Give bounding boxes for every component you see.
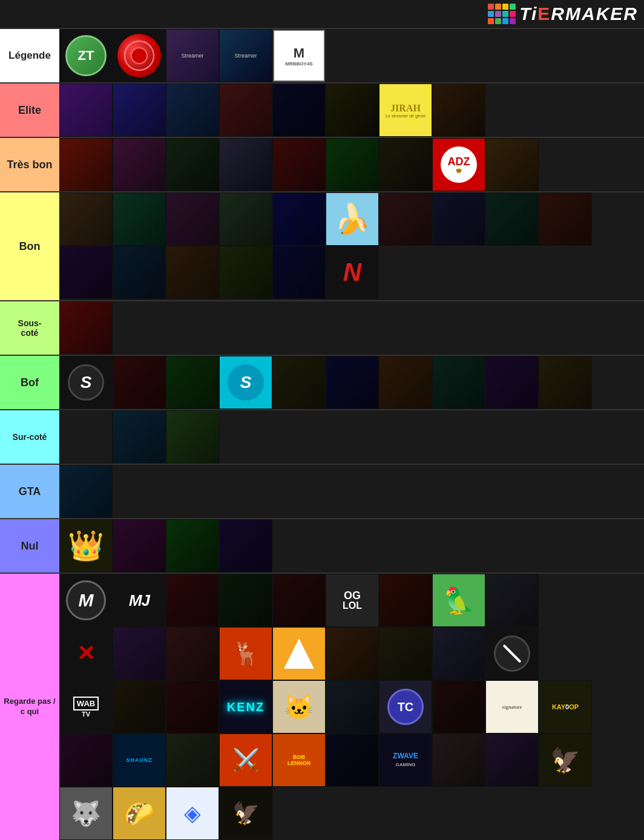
list-item: BOBLENNON bbox=[272, 733, 326, 787]
list-item bbox=[59, 465, 113, 518]
list-item bbox=[432, 84, 485, 137]
list-item bbox=[219, 519, 272, 573]
list-item: 🦌 bbox=[219, 627, 272, 680]
list-item bbox=[326, 84, 379, 137]
list-item bbox=[219, 138, 272, 191]
tier-label-legende: Légende bbox=[0, 29, 59, 82]
tier-content-tresbon: ADZ 🤓 bbox=[59, 138, 644, 191]
tier-row-sousco: Sous-coté bbox=[0, 301, 644, 356]
list-item bbox=[272, 246, 326, 299]
list-item bbox=[485, 138, 539, 191]
list-item bbox=[59, 192, 113, 246]
tier-row-bon: Bon 🍌 bbox=[0, 192, 644, 301]
tiermaker-text: TiERMAKER bbox=[519, 4, 638, 24]
list-item bbox=[113, 246, 166, 299]
tier-label-tresbon: Très bon bbox=[0, 138, 59, 191]
list-item: 🦅 bbox=[219, 787, 272, 840]
tier-row-regarde: Regarde pas / c qui M MJ bbox=[0, 574, 644, 840]
list-item: ZWAVEGAMING bbox=[379, 733, 432, 787]
logo-grid-icon bbox=[488, 4, 516, 24]
list-item bbox=[113, 192, 166, 246]
list-item bbox=[485, 627, 539, 680]
list-item: signature bbox=[485, 680, 539, 733]
tier-content-bon: 🍌 N bbox=[59, 192, 644, 300]
list-item bbox=[113, 29, 166, 82]
list-item bbox=[166, 733, 219, 787]
tier-row-legende: Légende ZT bbox=[0, 29, 644, 84]
list-item: ◈ bbox=[166, 787, 219, 840]
tier-row-elite: Elite JIRAH Le streamer de génie bbox=[0, 84, 644, 138]
list-item bbox=[59, 84, 113, 137]
list-item: MJ bbox=[113, 574, 166, 627]
list-item bbox=[272, 138, 326, 191]
list-item bbox=[166, 84, 219, 137]
list-item bbox=[113, 356, 166, 409]
list-item bbox=[113, 680, 166, 733]
list-item: 🐺 bbox=[59, 787, 113, 840]
list-item bbox=[272, 84, 326, 137]
list-item bbox=[166, 680, 219, 733]
list-item: ⚔️ bbox=[219, 733, 272, 787]
list-item bbox=[166, 627, 219, 680]
list-item bbox=[166, 192, 219, 246]
app-container: TiERMAKER Légende ZT bbox=[0, 0, 644, 840]
list-item bbox=[59, 246, 113, 299]
list-item bbox=[272, 192, 326, 246]
list-item: KAY0OP bbox=[539, 680, 592, 733]
tier-label-sousco: Sous-coté bbox=[0, 301, 59, 355]
list-item bbox=[485, 356, 539, 409]
list-item bbox=[166, 138, 219, 191]
tier-content-gta bbox=[59, 465, 644, 518]
tier-label-nul: Nul bbox=[0, 519, 59, 573]
list-item: N bbox=[326, 246, 379, 299]
tier-content-surco bbox=[59, 410, 644, 464]
list-item bbox=[379, 138, 432, 191]
list-item: Streamer bbox=[219, 29, 272, 82]
header: TiERMAKER bbox=[0, 0, 644, 29]
list-item: TC bbox=[379, 680, 432, 733]
tier-row-gta: GTA bbox=[0, 465, 644, 519]
tier-content-legende: ZT Streamer bbox=[59, 29, 644, 82]
list-item bbox=[485, 574, 539, 627]
list-item: ZT bbox=[59, 29, 113, 82]
tier-label-bof: Bof bbox=[0, 356, 59, 409]
tier-label-bon: Bon bbox=[0, 192, 59, 300]
list-item bbox=[326, 733, 379, 787]
tier-row-surco: Sur-coté bbox=[0, 410, 644, 465]
list-item: 🍌 bbox=[326, 192, 379, 246]
list-item bbox=[219, 192, 272, 246]
tier-content-elite: JIRAH Le streamer de génie bbox=[59, 84, 644, 137]
list-item bbox=[432, 733, 485, 787]
list-item bbox=[432, 627, 485, 680]
list-item: ✕ bbox=[59, 627, 113, 680]
list-item: ADZ 🤓 bbox=[432, 138, 485, 191]
tier-label-surco: Sur-coté bbox=[0, 410, 59, 464]
list-item bbox=[432, 680, 485, 733]
list-item bbox=[539, 356, 592, 409]
list-item bbox=[485, 733, 539, 787]
tier-row-nul: Nul 👑 bbox=[0, 519, 644, 574]
list-item bbox=[113, 519, 166, 573]
list-item: M MRBBOY4S bbox=[272, 29, 326, 82]
list-item: M bbox=[59, 574, 113, 627]
list-item bbox=[113, 627, 166, 680]
list-item bbox=[59, 301, 113, 355]
list-item bbox=[326, 627, 379, 680]
list-item: Streamer bbox=[166, 29, 219, 82]
tier-content-nul: 👑 bbox=[59, 519, 644, 573]
list-item bbox=[166, 574, 219, 627]
list-item: 🦜 bbox=[432, 574, 485, 627]
list-item bbox=[166, 519, 219, 573]
list-item bbox=[166, 356, 219, 409]
list-item: 👑 bbox=[59, 519, 113, 573]
tiermaker-logo: TiERMAKER bbox=[488, 4, 638, 24]
list-item bbox=[485, 192, 539, 246]
list-item: 🦅 bbox=[539, 733, 592, 787]
list-item bbox=[539, 192, 592, 246]
tier-content-regarde: M MJ OG LOL bbox=[59, 574, 644, 840]
list-item bbox=[59, 733, 113, 787]
list-item: S bbox=[59, 356, 113, 409]
list-item bbox=[432, 356, 485, 409]
list-item bbox=[113, 84, 166, 137]
list-item bbox=[326, 138, 379, 191]
